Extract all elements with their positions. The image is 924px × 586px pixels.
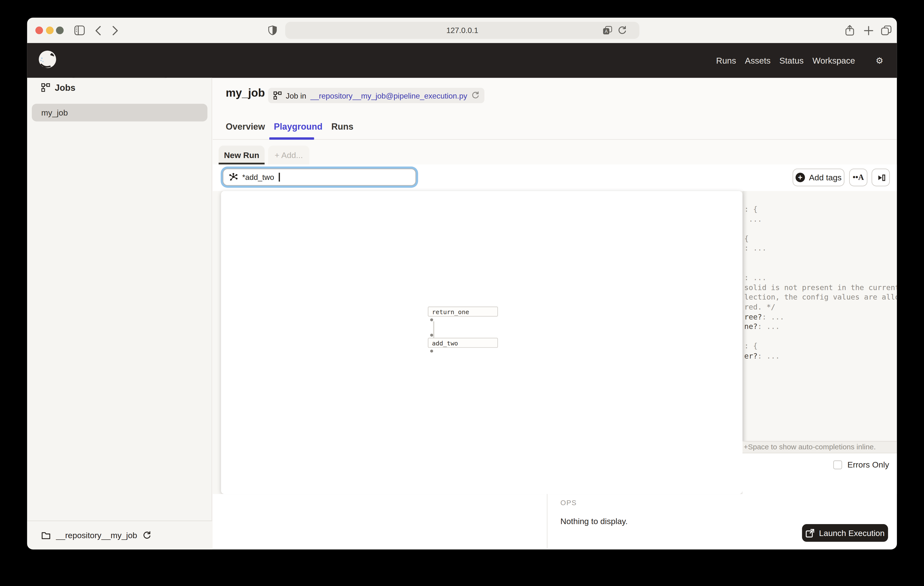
sidebar-title: Jobs	[55, 83, 76, 93]
tab-overview[interactable]: Overview	[226, 121, 265, 131]
tabs-divider	[213, 139, 897, 139]
play-rect-icon	[876, 173, 885, 182]
tab-runs[interactable]: Runs	[331, 121, 353, 131]
apply-config-button[interactable]	[871, 169, 890, 186]
tabs-overview-icon[interactable]	[881, 25, 892, 35]
autocomplete-button[interactable]: ••A	[849, 169, 868, 186]
jobs-icon	[41, 83, 50, 92]
new-tab-icon[interactable]	[864, 26, 873, 35]
page-title: my_job	[226, 87, 265, 99]
graph-canvas[interactable]: return_one add_two	[221, 191, 742, 494]
config-editor[interactable]: : { ... {: ... : ...solid is not present…	[742, 191, 897, 441]
sidebar-footer[interactable]: __repository__my_job	[27, 520, 212, 550]
launch-execution-label: Launch Execution	[819, 528, 884, 538]
app-header: Search... / Runs Assets Status Workspace…	[27, 43, 897, 78]
dagster-logo[interactable]	[36, 50, 59, 72]
share-icon[interactable]	[845, 25, 855, 36]
back-icon[interactable]	[95, 26, 101, 35]
nav-item-assets[interactable]: Assets	[745, 56, 771, 65]
close-window-button[interactable]	[35, 26, 43, 34]
url-text: 127.0.0.1	[285, 22, 639, 39]
run-tab-add[interactable]: + Add...	[268, 146, 309, 165]
output-port[interactable]	[430, 349, 433, 353]
folder-icon	[41, 531, 51, 540]
active-tab-underline	[269, 137, 314, 140]
breadcrumb-prefix: Job in	[286, 91, 306, 100]
add-tags-label: Add tags	[809, 173, 842, 182]
svg-text:A: A	[605, 29, 608, 34]
bottom-panel	[213, 494, 897, 548]
sidebar	[27, 78, 212, 548]
sidebar-item-my-job[interactable]: my_job	[32, 104, 208, 121]
browser-window: 127.0.0.1 A	[27, 18, 897, 550]
screen: 127.0.0.1 A	[0, 0, 924, 586]
zoom-window-button[interactable]	[56, 26, 64, 34]
address-bar[interactable]: 127.0.0.1 A	[285, 22, 639, 39]
run-tab-new-run[interactable]: New Run	[219, 146, 264, 165]
job-icon	[274, 91, 282, 99]
breadcrumb: Job in __repository__my_job@pipeline_exe…	[268, 88, 484, 103]
browser-chrome: 127.0.0.1 A	[27, 18, 897, 43]
ops-panel-title: OPS	[561, 499, 577, 507]
reload-icon[interactable]	[617, 26, 626, 35]
launch-execution-button[interactable]: Launch Execution	[802, 524, 888, 542]
op-selector-value: *add_two	[242, 173, 274, 182]
op-selector-input[interactable]: *add_two	[223, 169, 416, 186]
errors-only-control: Errors Only	[833, 460, 889, 469]
autocomplete-hint-bar: +Space to show auto-completions inline.	[742, 441, 897, 454]
breadcrumb-repo-link[interactable]: __repository__my_job@pipeline_execution.…	[310, 91, 467, 100]
translate-icon[interactable]: A	[603, 26, 612, 35]
plus-circle-icon: +	[795, 173, 805, 182]
nav-item-status[interactable]: Status	[779, 56, 804, 65]
op-node-return-one[interactable]: return_one	[428, 306, 498, 316]
errors-only-label: Errors Only	[847, 460, 889, 469]
privacy-shield-icon[interactable]	[268, 25, 277, 35]
minimize-window-button[interactable]	[46, 26, 54, 34]
autocomplete-hint-text: +Space to show auto-completions inline.	[744, 442, 897, 453]
repository-name: __repository__my_job	[56, 531, 137, 540]
errors-only-checkbox[interactable]	[833, 460, 842, 469]
config-editor-edge-shadow	[742, 191, 748, 441]
edge-connector	[433, 321, 434, 338]
sidebar-toggle-icon[interactable]	[74, 25, 85, 35]
run-tab-underline	[219, 163, 264, 164]
input-port[interactable]	[430, 334, 433, 337]
add-tags-button[interactable]: + Add tags	[792, 169, 845, 186]
forward-icon[interactable]	[112, 26, 119, 35]
sidebar-jobs-header: Jobs	[41, 83, 76, 93]
ops-panel-empty-text: Nothing to display.	[561, 516, 628, 526]
config-footer-area	[742, 454, 897, 494]
ops-panel-divider	[547, 494, 548, 548]
op-graph-icon	[229, 172, 238, 182]
gear-icon[interactable]: ⚙	[876, 55, 883, 66]
repo-reload-icon[interactable]	[142, 531, 151, 540]
op-node-add-two[interactable]: add_two	[428, 338, 498, 348]
tab-playground[interactable]: Playground	[274, 121, 322, 131]
output-port[interactable]	[430, 318, 433, 321]
nav-item-workspace[interactable]: Workspace	[812, 56, 855, 65]
header-nav: Runs Assets Status Workspace ⚙	[716, 43, 883, 78]
page-tabs: Overview Playground Runs	[226, 121, 353, 131]
text-caret	[279, 173, 280, 182]
breadcrumb-reload-icon[interactable]	[471, 91, 479, 99]
external-link-icon	[805, 528, 814, 537]
nav-item-runs[interactable]: Runs	[716, 56, 736, 65]
config-editor-code: : { ... {: ... : ...solid is not present…	[742, 191, 897, 361]
